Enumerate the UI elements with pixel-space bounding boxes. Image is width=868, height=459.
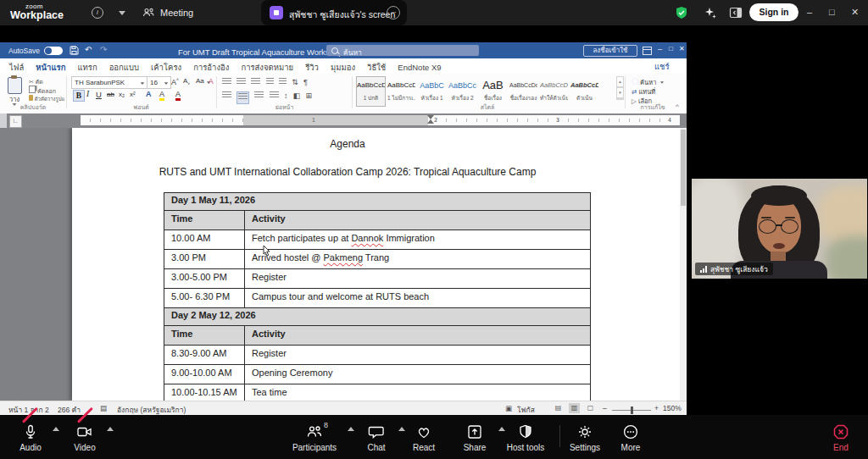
- font-name-select[interactable]: TH SarabunPSK: [71, 76, 148, 89]
- tab-selector[interactable]: ∟: [9, 115, 22, 128]
- web-layout-icon[interactable]: ▢: [585, 403, 596, 413]
- justify-icon[interactable]: [270, 91, 279, 101]
- word-tab[interactable]: การส่งจดหมาย: [235, 60, 299, 75]
- table-row[interactable]: 9.00-10.00 AMOpening Ceremony: [164, 365, 590, 384]
- borders-icon[interactable]: ⊞: [305, 91, 312, 100]
- font-color-icon[interactable]: A: [175, 90, 181, 101]
- undo-icon[interactable]: ↶: [85, 45, 92, 54]
- superscript-button[interactable]: x²: [130, 91, 136, 98]
- zoom-slider-thumb[interactable]: [631, 406, 633, 414]
- redo-icon[interactable]: ↷: [100, 45, 107, 54]
- table-column-header[interactable]: TimeActivity: [164, 326, 590, 346]
- shrink-font-icon[interactable]: A˅: [183, 77, 190, 86]
- change-case-icon[interactable]: Aa: [196, 77, 204, 85]
- word-scrollbar[interactable]: [680, 128, 687, 401]
- chat-button[interactable]: Chat: [351, 423, 402, 452]
- read-mode-icon[interactable]: ▤: [553, 403, 564, 413]
- clear-formatting-icon[interactable]: A: [209, 77, 214, 86]
- audio-button[interactable]: Audio: [5, 423, 56, 452]
- word-tab[interactable]: รีวิว: [299, 60, 325, 75]
- table-day-header[interactable]: Day 2 May 12, 2026: [164, 308, 590, 326]
- participants-button[interactable]: 8 Participants: [285, 423, 344, 452]
- italic-button[interactable]: I: [86, 90, 89, 98]
- increase-indent-icon[interactable]: [279, 78, 287, 87]
- word-tab[interactable]: แทรก: [71, 60, 103, 75]
- paste-button[interactable]: [8, 77, 22, 94]
- font-size-select[interactable]: 16: [147, 76, 171, 89]
- share-button[interactable]: แชร์: [654, 60, 670, 73]
- video-button[interactable]: Video: [59, 423, 110, 452]
- zoom-out-icon[interactable]: –: [603, 404, 607, 412]
- minimize-icon[interactable]: –: [807, 7, 812, 17]
- multilevel-list-icon[interactable]: [251, 78, 260, 87]
- share-screen-button[interactable]: Share: [449, 423, 500, 452]
- word-tab[interactable]: การอ้างอิง: [187, 60, 235, 75]
- tab-meeting[interactable]: Meeting: [160, 8, 193, 18]
- security-shield-icon[interactable]: [675, 6, 688, 19]
- language-indicator[interactable]: อังกฤษ (สหรัฐอเมริกา): [117, 404, 186, 416]
- word-tab[interactable]: มุมมอง: [325, 60, 361, 75]
- zoom-in-icon[interactable]: +: [654, 404, 659, 412]
- word-close-icon[interactable]: ✕: [679, 45, 685, 53]
- agenda-table[interactable]: Day 1 May 11, 2026TimeActivity10.00 AMFe…: [164, 192, 591, 401]
- close-icon[interactable]: ✕: [851, 7, 859, 18]
- tab-options-icon[interactable]: ···: [387, 6, 400, 19]
- table-column-header[interactable]: TimeActivity: [164, 211, 590, 230]
- indent-marker[interactable]: [426, 115, 434, 124]
- audio-options-icon[interactable]: [53, 427, 59, 431]
- styles-scrollbar[interactable]: ▲ ▼: [616, 76, 624, 100]
- proofing-icon[interactable]: ▤: [100, 404, 107, 412]
- zoom-percentage[interactable]: 150%: [663, 404, 682, 412]
- subscript-button[interactable]: x₂: [119, 91, 125, 98]
- document-page[interactable]: Agenda RUTS and UMT International Collab…: [72, 128, 687, 401]
- chevron-down-icon[interactable]: [119, 11, 125, 15]
- strikethrough-button[interactable]: ab: [107, 91, 114, 98]
- ai-companion-icon[interactable]: [704, 6, 717, 19]
- word-tab[interactable]: ไฟล์: [3, 60, 30, 75]
- end-button[interactable]: End: [815, 423, 866, 452]
- tab-shared-screen[interactable]: สุพัชชา ซูเสียงแจ้ว's screen ···: [261, 0, 407, 25]
- numbering-icon[interactable]: [236, 78, 246, 87]
- collapse-ribbon-icon[interactable]: ^: [676, 102, 679, 110]
- word-tab[interactable]: วิธีใช้: [361, 60, 392, 75]
- table-row[interactable]: 3.00-5.00 PMRegister: [164, 269, 590, 289]
- table-row[interactable]: 3.00 PMArrived hostel @ Pakmeng Trang: [164, 250, 590, 269]
- line-spacing-icon[interactable]: ↕: [284, 91, 288, 100]
- maximize-icon[interactable]: □: [829, 7, 835, 17]
- react-button[interactable]: React: [398, 423, 449, 452]
- participant-video[interactable]: สุพัชชา ซูเสียงแจ้ว: [692, 179, 867, 279]
- word-tab[interactable]: ออกแบบ: [103, 60, 145, 75]
- align-right-icon[interactable]: [254, 91, 264, 101]
- table-row[interactable]: 10.00 AMFetch participates up at Dannok …: [164, 230, 590, 250]
- word-sign-in-button[interactable]: ลงชื่อเข้าใช้: [583, 45, 637, 57]
- table-row[interactable]: 8.30-9.00 AMRegister: [164, 346, 590, 365]
- word-tab[interactable]: เค้าโครง: [145, 60, 187, 75]
- info-icon[interactable]: i: [92, 7, 103, 19]
- bold-button[interactable]: B: [73, 90, 85, 102]
- shading-icon[interactable]: ◧: [293, 91, 301, 100]
- table-row[interactable]: 10.00-10.15 AMTea time: [164, 384, 590, 401]
- word-count[interactable]: 266 คำ: [58, 404, 81, 416]
- sort-icon[interactable]: ⇅: [292, 78, 298, 86]
- settings-button[interactable]: Settings: [559, 423, 610, 452]
- more-button[interactable]: More: [605, 423, 656, 452]
- print-layout-icon[interactable]: ▥: [569, 403, 580, 413]
- host-tools-button[interactable]: Host tools: [498, 423, 553, 452]
- search-box[interactable]: ค้นหา: [326, 45, 479, 56]
- decrease-indent-icon[interactable]: [266, 78, 274, 87]
- video-options-icon[interactable]: [107, 427, 114, 431]
- text-effects-icon[interactable]: A: [146, 90, 152, 98]
- focus-label[interactable]: โฟกัส: [517, 404, 535, 416]
- word-minimize-icon[interactable]: –: [658, 45, 662, 53]
- bullets-icon[interactable]: [222, 78, 231, 87]
- table-row[interactable]: 5.00- 6.30 PMCampus tour and welcome at …: [164, 289, 590, 308]
- pilcrow-icon[interactable]: ¶: [303, 78, 308, 86]
- highlight-color-icon[interactable]: A: [159, 90, 164, 101]
- table-day-header[interactable]: Day 1 May 11, 2026: [164, 193, 590, 211]
- ribbon-display-icon[interactable]: [643, 47, 652, 55]
- sign-in-button[interactable]: Sign in: [749, 3, 798, 21]
- focus-icon[interactable]: ▣: [505, 404, 512, 412]
- align-left-icon[interactable]: [222, 91, 231, 101]
- word-restore-icon[interactable]: □: [669, 45, 673, 53]
- grow-font-icon[interactable]: A˄: [171, 77, 179, 86]
